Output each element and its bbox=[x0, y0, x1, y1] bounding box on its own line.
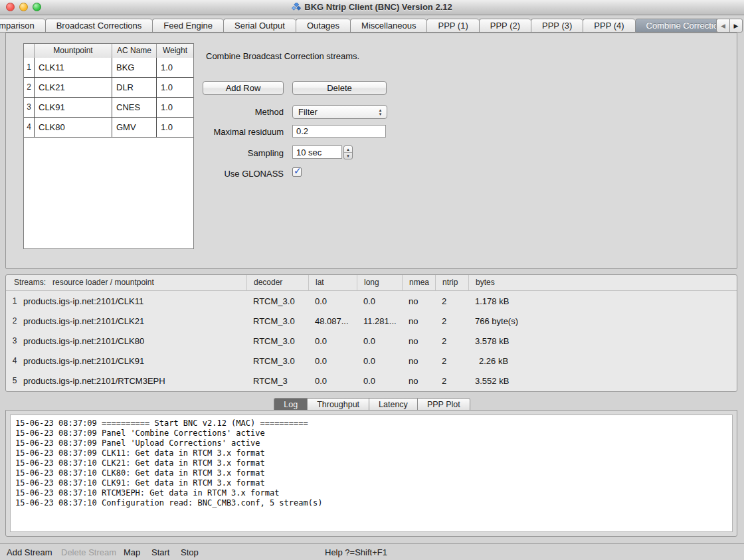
stream-lat: 0.0 bbox=[308, 336, 357, 346]
start-button[interactable]: Start bbox=[151, 544, 169, 560]
cell-weight[interactable]: 1.0 bbox=[157, 98, 193, 118]
cell-ac-name[interactable]: BKG bbox=[112, 58, 157, 78]
stream-ntrip: 2 bbox=[435, 316, 468, 326]
stream-nmea: no bbox=[402, 376, 435, 386]
cell-weight[interactable]: 1.0 bbox=[157, 58, 193, 78]
stream-ntrip: 2 bbox=[435, 356, 468, 366]
tab-serial-output[interactable]: Serial Output bbox=[223, 19, 296, 33]
tab-ppp-3[interactable]: PPP (3) bbox=[531, 19, 583, 33]
delete-button[interactable]: Delete bbox=[292, 81, 387, 95]
cell-mountpoint[interactable]: CLK11 bbox=[35, 58, 112, 78]
stepper-down-icon[interactable]: ▼ bbox=[344, 153, 352, 159]
tab-latency[interactable]: Latency bbox=[369, 398, 417, 411]
cell-mountpoint[interactable]: CLK21 bbox=[35, 78, 112, 98]
stream-row[interactable]: 2 products.igs-ip.net:2101/CLK21 RTCM_3.… bbox=[6, 311, 737, 331]
tab-throughput[interactable]: Throughput bbox=[307, 398, 369, 411]
stream-nmea: no bbox=[402, 336, 435, 346]
stream-lat: 0.0 bbox=[308, 356, 357, 366]
log-line: 15-06-23 08:37:10 CLK91: Get data in RTC… bbox=[15, 478, 727, 488]
row-number: 4 bbox=[6, 356, 23, 365]
tab-scroll-right-button[interactable]: ▶ bbox=[729, 19, 743, 33]
combine-table-row: 4 CLK80 GMV 1.0 bbox=[24, 118, 193, 138]
add-row-button[interactable]: Add Row bbox=[203, 81, 284, 95]
stepper-up-icon[interactable]: ▲ bbox=[344, 146, 352, 153]
stream-decoder: RTCM_3 bbox=[246, 376, 308, 386]
stream-mountpoint: products.igs-ip.net:2101/CLK11 bbox=[23, 296, 246, 306]
cell-mountpoint[interactable]: CLK91 bbox=[35, 98, 112, 118]
tab-miscellaneous[interactable]: Miscellaneous bbox=[350, 19, 426, 33]
col-header-mountpoint: Mountpoint bbox=[35, 44, 112, 58]
stream-mountpoint: products.igs-ip.net:2101/CLK91 bbox=[23, 356, 246, 366]
row-number: 1 bbox=[6, 296, 23, 306]
stream-lat: 0.0 bbox=[308, 296, 357, 306]
row-number: 3 bbox=[6, 336, 23, 345]
main-tab-bar: omparison Broadcast Corrections Feed Eng… bbox=[0, 19, 739, 33]
cell-weight[interactable]: 1.0 bbox=[157, 78, 193, 98]
log-output[interactable]: 15-06-23 08:37:09 ========== Start BNC v… bbox=[10, 415, 733, 532]
tab-comparison[interactable]: omparison bbox=[0, 19, 45, 33]
col-header-corner bbox=[24, 44, 35, 58]
stream-row[interactable]: 4 products.igs-ip.net:2101/CLK91 RTCM_3.… bbox=[6, 351, 737, 371]
stream-mountpoint: products.igs-ip.net:2101/CLK80 bbox=[23, 336, 246, 346]
sampling-label: Sampling bbox=[199, 148, 284, 158]
stream-row[interactable]: 5 products.igs-ip.net:2101/RTCM3EPH RTCM… bbox=[6, 371, 737, 391]
cell-ac-name[interactable]: CNES bbox=[112, 98, 157, 118]
stream-nmea: no bbox=[402, 356, 435, 366]
tab-ppp-2[interactable]: PPP (2) bbox=[479, 19, 531, 33]
combine-table-row: 1 CLK11 BKG 1.0 bbox=[24, 58, 193, 78]
window-title: BKG Ntrip Client (BNC) Version 2.12 bbox=[0, 0, 744, 15]
window-title-text: BKG Ntrip Client (BNC) Version 2.12 bbox=[304, 2, 452, 12]
col-header-nmea: nmea bbox=[402, 275, 435, 290]
stream-bytes: 3.552 kB bbox=[468, 376, 737, 386]
stream-nmea: no bbox=[402, 316, 435, 326]
tab-feed-engine[interactable]: Feed Engine bbox=[152, 19, 223, 33]
tab-ppp-1[interactable]: PPP (1) bbox=[426, 19, 478, 33]
maximal-residuum-label: Maximal residuum bbox=[199, 127, 284, 137]
bnc-window: { "window": { "title": "BKG Ntrip Client… bbox=[0, 0, 744, 560]
stream-bytes: 766 byte(s) bbox=[468, 316, 737, 326]
log-line: 15-06-23 08:37:09 CLK11: Get data in RTC… bbox=[15, 448, 727, 458]
stream-nmea: no bbox=[402, 296, 435, 306]
combine-table-header: Mountpoint AC Name Weight bbox=[24, 44, 193, 58]
stream-decoder: RTCM_3.0 bbox=[246, 316, 308, 326]
tab-scrollers: ◀ ▶ bbox=[716, 19, 743, 33]
row-number: 5 bbox=[6, 376, 23, 385]
stream-bytes: 1.178 kB bbox=[468, 296, 737, 306]
tab-broadcast-corrections[interactable]: Broadcast Corrections bbox=[45, 19, 153, 33]
cell-weight[interactable]: 1.0 bbox=[157, 118, 193, 138]
title-bar: BKG Ntrip Client (BNC) Version 2.12 bbox=[0, 0, 744, 15]
tab-log[interactable]: Log bbox=[274, 398, 307, 411]
use-glonass-checkbox[interactable]: ✓ bbox=[292, 167, 302, 177]
cell-mountpoint[interactable]: CLK80 bbox=[35, 118, 112, 138]
cell-ac-name[interactable]: GMV bbox=[112, 118, 157, 138]
stream-mountpoint: products.igs-ip.net:2101/CLK21 bbox=[23, 316, 246, 326]
delete-stream-button[interactable]: Delete Stream bbox=[61, 544, 116, 560]
use-glonass-label: Use GLONASS bbox=[199, 169, 284, 179]
map-button[interactable]: Map bbox=[124, 544, 140, 560]
sampling-input[interactable] bbox=[292, 145, 342, 159]
row-number: 3 bbox=[24, 98, 35, 118]
help-shortcut-label: Help ?=Shift+F1 bbox=[325, 544, 387, 560]
tab-scroll-left-button[interactable]: ◀ bbox=[716, 19, 729, 33]
stream-ntrip: 2 bbox=[435, 336, 468, 346]
stream-row[interactable]: 1 products.igs-ip.net:2101/CLK11 RTCM_3.… bbox=[6, 291, 737, 311]
log-tab-bar: Log Throughput Latency PPP Plot bbox=[0, 398, 744, 411]
method-combobox[interactable]: Filter ▲▼ bbox=[292, 105, 387, 119]
cell-ac-name[interactable]: DLR bbox=[112, 78, 157, 98]
tab-ppp-4[interactable]: PPP (4) bbox=[583, 19, 634, 33]
stream-row[interactable]: 3 products.igs-ip.net:2101/CLK80 RTCM_3.… bbox=[6, 331, 737, 351]
add-stream-button[interactable]: Add Stream bbox=[7, 544, 52, 560]
stream-long: 0.0 bbox=[357, 336, 402, 346]
log-line: 15-06-23 08:37:09 Panel 'Upload Correcti… bbox=[15, 438, 727, 448]
tab-outages[interactable]: Outages bbox=[296, 19, 350, 33]
maximal-residuum-input[interactable] bbox=[292, 125, 386, 138]
stop-button[interactable]: Stop bbox=[181, 544, 199, 560]
combine-table: Mountpoint AC Name Weight 1 CLK11 BKG 1.… bbox=[23, 43, 194, 249]
log-line: 15-06-23 08:37:09 Panel 'Combine Correct… bbox=[15, 428, 727, 438]
checkbox-check-icon: ✓ bbox=[294, 165, 302, 176]
sampling-stepper[interactable]: ▲ ▼ bbox=[343, 145, 353, 159]
row-number: 2 bbox=[6, 316, 23, 326]
tab-ppp-plot[interactable]: PPP Plot bbox=[417, 398, 470, 411]
col-header-decoder: decoder bbox=[246, 275, 308, 290]
stream-ntrip: 2 bbox=[435, 376, 468, 386]
